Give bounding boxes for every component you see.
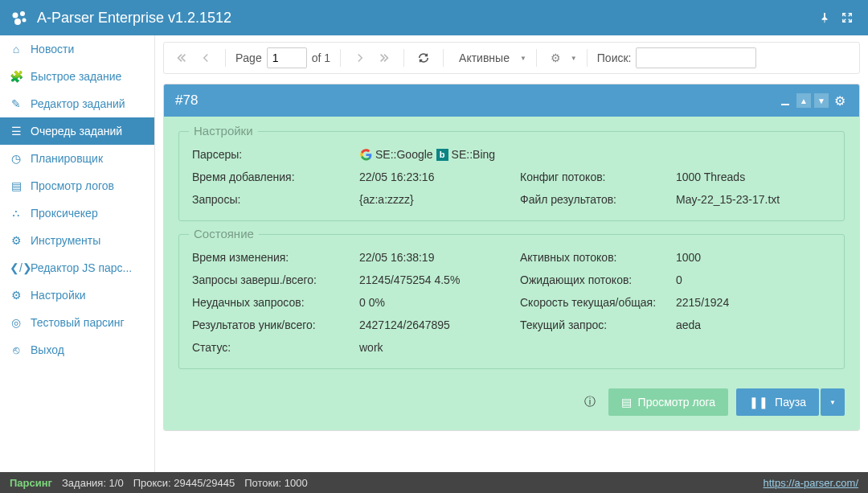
edit-icon: ✎ <box>10 97 23 110</box>
changed-value: 22/05 16:38:19 <box>359 251 520 264</box>
sidebar-item-label: Редактор JS парс... <box>31 261 132 274</box>
sidebar-item-scheduler[interactable]: ◷Планировщик <box>0 145 154 172</box>
bing-icon: b <box>436 149 448 161</box>
pause-icon: ❚❚ <box>749 396 768 409</box>
sidebar-item-exit[interactable]: ⎋Выход <box>0 336 154 364</box>
gears-icon: ⚙ <box>10 234 23 247</box>
sidebar-item-label: Быстрое задание <box>31 70 121 83</box>
config-value: 1000 Threads <box>676 170 831 183</box>
sidebar-item-viewlogs[interactable]: ▤Просмотр логов <box>0 172 154 199</box>
status-label: Статус: <box>192 341 359 354</box>
sidebar-item-label: Просмотр логов <box>31 179 114 192</box>
parsers-label: Парсеры: <box>192 148 359 161</box>
pin-button[interactable] <box>813 6 836 29</box>
curq-value: aeda <box>676 318 831 331</box>
next-page-button[interactable] <box>350 48 370 68</box>
toolbar: Page of 1 Активные ▼ ⚙ ▼ Поиск: <box>163 42 860 74</box>
fail-value: 0 0% <box>359 296 520 309</box>
sidebar-item-label: Планировщик <box>31 152 103 165</box>
google-icon <box>359 148 372 161</box>
last-page-button[interactable] <box>375 48 394 68</box>
sidebar-item-settings[interactable]: ⚙Настройки <box>0 281 154 309</box>
settings-button[interactable]: ⚙ <box>547 48 566 68</box>
toolbar-separator <box>536 49 537 67</box>
added-value: 22/05 16:23:16 <box>359 170 520 183</box>
page-of-label: of 1 <box>312 51 330 64</box>
prog-value: 21245/475254 4.5% <box>359 273 520 286</box>
prog-label: Запросы заверш./всего: <box>192 273 359 286</box>
move-up-button[interactable]: ▲ <box>796 93 811 108</box>
main-content: Page of 1 Активные ▼ ⚙ ▼ Поиск: #78 ▲ <box>155 35 868 472</box>
minimize-button[interactable] <box>777 92 793 109</box>
card-title: #78 <box>175 92 774 109</box>
sitemap-icon: ⛬ <box>10 207 23 220</box>
sidebar-item-label: Очередь заданий <box>31 125 122 138</box>
search-input[interactable] <box>636 47 756 68</box>
svg-point-3 <box>23 18 27 23</box>
sidebar-item-news[interactable]: ⌂Новости <box>0 35 154 63</box>
pause-button[interactable]: ❚❚ Пауза <box>736 388 819 416</box>
app-header: A-Parser Enterprise v1.2.1512 <box>0 0 868 35</box>
action-bar: ⓘ ▤ Просмотр лога ❚❚ Пауза ▼ <box>178 382 845 416</box>
site-link[interactable]: https://a-parser.com/ <box>764 477 859 489</box>
refresh-button[interactable] <box>414 48 433 68</box>
queries-value: {az:a:zzzz} <box>359 193 520 206</box>
sidebar-item-proxychecker[interactable]: ⛬Проксичекер <box>0 199 154 227</box>
toolbar-separator <box>403 49 404 67</box>
puzzle-icon: 🧩 <box>10 70 23 83</box>
toolbar-separator <box>225 49 226 67</box>
target-icon: ◎ <box>10 316 23 329</box>
home-icon: ⌂ <box>10 43 23 55</box>
tasks-status: Задания: 1/0 <box>62 477 124 489</box>
code-icon: ❮/❯ <box>10 261 23 274</box>
sidebar-item-label: Выход <box>31 343 64 356</box>
dropdown-arrow-icon[interactable]: ▼ <box>571 55 577 62</box>
status-value: work <box>359 341 520 354</box>
app-title: A-Parser Enterprise v1.2.1512 <box>37 10 813 27</box>
state-fieldset: Состояние Время изменения: 22/05 16:38:1… <box>178 234 845 369</box>
sidebar-item-testparsing[interactable]: ◎Тестовый парсинг <box>0 309 154 336</box>
res-label: Результатов уник/всего: <box>192 318 359 331</box>
expand-button[interactable] <box>836 6 858 29</box>
sidebar-item-jseditor[interactable]: ❮/❯Редактор JS парс... <box>0 254 154 281</box>
doc-icon: ▤ <box>10 179 23 192</box>
parsing-label: Парсинг <box>10 477 52 489</box>
viewlog-button[interactable]: ▤ Просмотр лога <box>608 388 729 416</box>
sidebar-item-label: Редактор заданий <box>31 97 125 110</box>
list-icon: ☰ <box>10 125 23 138</box>
card-settings-button[interactable]: ⚙ <box>832 92 848 109</box>
settings-fieldset: Настройки Парсеры: SE::Google b SE::Bing… <box>178 131 845 221</box>
fail-label: Неудачных запросов: <box>192 296 359 309</box>
added-label: Время добавления: <box>192 170 359 183</box>
pause-label: Пауза <box>775 396 806 409</box>
wait-label: Ожидающих потоков: <box>520 273 676 286</box>
sidebar-item-quicktask[interactable]: 🧩Быстрое задание <box>0 63 154 90</box>
speed-label: Скорость текущая/общая: <box>520 296 676 309</box>
toolbar-separator <box>443 49 444 67</box>
status-bar: Парсинг Задания: 1/0 Прокси: 29445/29445… <box>0 472 868 493</box>
settings-legend: Настройки <box>189 124 258 138</box>
sidebar-item-label: Настройки <box>31 289 86 302</box>
active-value: 1000 <box>676 251 831 264</box>
card-header: #78 ▲ ▼ ⚙ <box>164 84 859 117</box>
state-legend: Состояние <box>189 227 259 240</box>
sidebar-item-taskqueue[interactable]: ☰Очередь заданий <box>0 117 154 145</box>
config-label: Конфиг потоков: <box>520 170 676 183</box>
sidebar-item-label: Тестовый парсинг <box>31 316 125 329</box>
prev-page-button[interactable] <box>196 48 215 68</box>
clock-icon: ◷ <box>10 152 23 165</box>
sidebar: ⌂Новости 🧩Быстрое задание ✎Редактор зада… <box>0 35 155 472</box>
info-icon[interactable]: ⓘ <box>584 395 600 409</box>
svg-point-2 <box>14 18 21 25</box>
queries-label: Запросы: <box>192 193 359 206</box>
dropdown-arrow-icon[interactable]: ▼ <box>520 55 526 62</box>
page-input[interactable] <box>267 47 307 68</box>
svg-point-0 <box>13 13 18 18</box>
sidebar-item-tools[interactable]: ⚙Инструменты <box>0 227 154 254</box>
move-down-button[interactable]: ▼ <box>814 93 829 108</box>
filter-dropdown[interactable]: Активные <box>453 48 515 68</box>
first-page-button[interactable] <box>172 48 191 68</box>
pause-dropdown-button[interactable]: ▼ <box>821 388 845 416</box>
toolbar-separator <box>340 49 341 67</box>
sidebar-item-taskeditor[interactable]: ✎Редактор заданий <box>0 90 154 117</box>
